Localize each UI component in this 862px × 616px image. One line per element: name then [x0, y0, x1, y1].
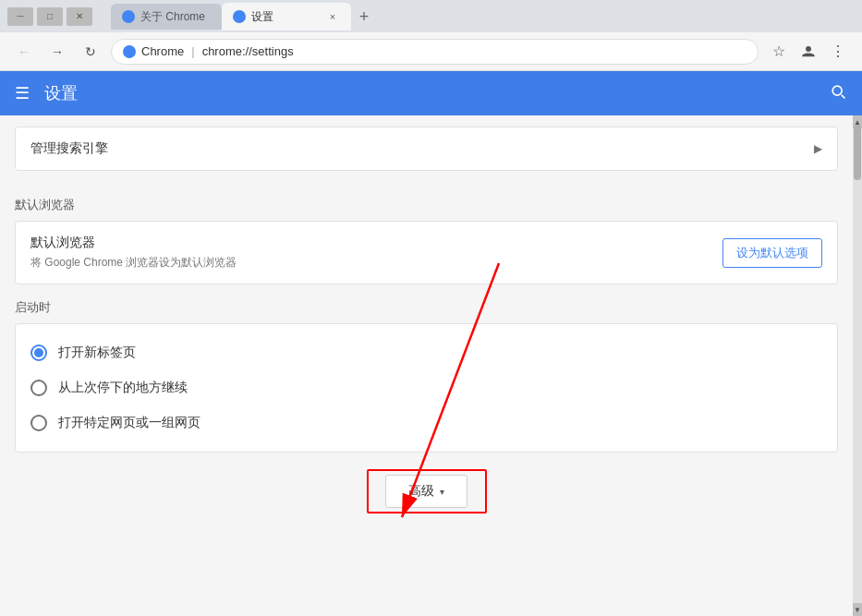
tab-favicon-inactive — [122, 10, 135, 23]
inactive-tab-label: 关于 Chrome — [140, 9, 205, 25]
radio-empty-icon-3 — [30, 415, 47, 431]
tab-favicon-active — [233, 10, 246, 23]
reload-button[interactable]: ↻ — [78, 39, 103, 65]
address-favicon — [123, 45, 136, 58]
minimize-button[interactable]: ─ — [7, 7, 33, 26]
radio-empty-icon-2 — [30, 380, 47, 396]
svg-point-0 — [806, 46, 811, 52]
default-browser-info: 默认浏览器 将 Google Chrome 浏览器设为默认浏览器 — [30, 235, 708, 271]
address-bar: ← → ↻ Chrome | chrome://settings ☆ ⋮ — [0, 32, 862, 71]
profile-button[interactable] — [795, 39, 821, 65]
tab-bar: 关于 Chrome 设置 × + — [103, 3, 855, 30]
forward-button[interactable]: → — [44, 39, 70, 65]
radio-inner-dot — [34, 348, 43, 357]
startup-option-2[interactable]: 从上次停下的地方继续 — [16, 370, 837, 405]
radio-selected-icon — [30, 344, 47, 361]
back-button[interactable]: ← — [11, 39, 37, 65]
bookmark-button[interactable]: ☆ — [766, 39, 792, 65]
advanced-button-label: 高级 — [408, 483, 434, 500]
default-browser-heading: 默认浏览器 — [30, 235, 708, 251]
startup-section-title: 启动时 — [0, 284, 853, 323]
maximize-button[interactable]: □ — [37, 7, 63, 26]
tab-active[interactable]: 设置 × — [222, 3, 351, 30]
address-separator: | — [191, 44, 194, 58]
address-prefix: Chrome — [141, 44, 184, 58]
tab-close-button[interactable]: × — [325, 9, 340, 24]
active-tab-label: 设置 — [251, 9, 273, 25]
tab-inactive[interactable]: 关于 Chrome — [111, 4, 222, 30]
dropdown-arrow-icon: ▾ — [440, 487, 444, 497]
advanced-button-container: 高级 ▾ — [0, 475, 853, 508]
default-browser-desc: 将 Google Chrome 浏览器设为默认浏览器 — [30, 255, 708, 271]
startup-card: 打开新标签页 从上次停下的地方继续 打开特定网页或一组网页 — [15, 323, 838, 453]
scrollbar[interactable]: ▲ ▼ — [853, 115, 862, 616]
search-engine-label: 管理搜索引擎 — [30, 140, 814, 157]
startup-option-1[interactable]: 打开新标签页 — [16, 335, 837, 370]
address-input[interactable]: Chrome | chrome://settings — [111, 39, 759, 65]
hamburger-icon[interactable]: ☰ — [15, 83, 30, 103]
default-browser-card: 默认浏览器 将 Google Chrome 浏览器设为默认浏览器 设为默认选项 — [15, 221, 838, 284]
startup-option-3[interactable]: 打开特定网页或一组网页 — [16, 405, 837, 441]
set-default-button[interactable]: 设为默认选项 — [722, 238, 822, 268]
search-engine-card[interactable]: 管理搜索引擎 ▶ — [15, 127, 838, 171]
settings-search-icon[interactable] — [829, 82, 847, 105]
startup-option-2-label: 从上次停下的地方继续 — [58, 380, 188, 396]
settings-header: ☰ 设置 — [0, 71, 862, 115]
settings-page-title: 设置 — [44, 82, 78, 104]
close-button[interactable]: ✕ — [67, 7, 92, 26]
menu-button[interactable]: ⋮ — [825, 39, 851, 65]
toolbar-icons: ☆ ⋮ — [766, 39, 851, 65]
window-titlebar: ─ □ ✕ 关于 Chrome 设置 × + — [0, 0, 862, 32]
startup-option-3-label: 打开特定网页或一组网页 — [58, 415, 200, 431]
scrollbar-thumb[interactable] — [854, 125, 861, 180]
scrollbar-arrow-down[interactable]: ▼ — [853, 603, 862, 616]
new-tab-button[interactable]: + — [351, 4, 377, 30]
chevron-right-icon: ▶ — [814, 142, 822, 155]
settings-content: 管理搜索引擎 ▶ 默认浏览器 默认浏览器 将 Google Chrome 浏览器… — [0, 115, 853, 616]
window-controls: ─ □ ✕ — [7, 7, 92, 26]
default-browser-section-title: 默认浏览器 — [0, 182, 853, 221]
startup-option-1-label: 打开新标签页 — [58, 344, 136, 361]
advanced-button[interactable]: 高级 ▾ — [385, 475, 467, 508]
content-wrapper: 管理搜索引擎 ▶ 默认浏览器 默认浏览器 将 Google Chrome 浏览器… — [0, 115, 862, 616]
address-url: chrome://settings — [202, 44, 294, 58]
